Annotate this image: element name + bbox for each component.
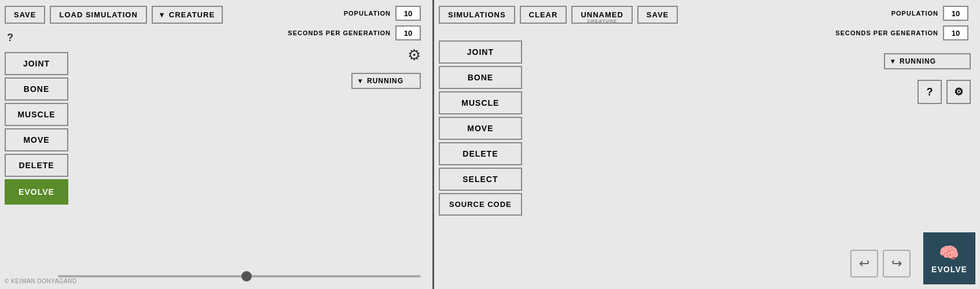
unnamed-sublabel: CREATURE	[587, 18, 617, 24]
population-label: POPULATION	[344, 10, 391, 17]
save-button[interactable]: SAVE	[5, 6, 45, 24]
evolve-label-right: EVOLVE	[931, 265, 967, 274]
question-icon: ?	[7, 32, 13, 43]
muscle-button[interactable]: MUSCLE	[5, 103, 68, 126]
seconds-label-right: SECONDS PER GENERATION	[835, 29, 938, 36]
undo-button[interactable]: ↩	[850, 250, 878, 277]
clear-button[interactable]: CLEAR	[520, 6, 567, 24]
redo-icon: ↪	[891, 256, 902, 271]
move-button[interactable]: MOVE	[5, 128, 68, 151]
redo-button[interactable]: ↪	[883, 250, 911, 277]
left-settings-row: POPULATION SECONDS PER GENERATION	[288, 6, 421, 40]
creature-dropdown[interactable]: ▾ CREATURE	[152, 6, 223, 24]
move-button-right[interactable]: MOVE	[439, 117, 522, 140]
gear-icon: ⚙	[408, 46, 421, 64]
bone-button-right[interactable]: BONE	[439, 66, 522, 89]
load-simulation-button[interactable]: LOAD SIMULATION	[50, 6, 146, 24]
chevron-down-icon: ▾	[160, 10, 164, 19]
right-tools: JOINT BONE MUSCLE MOVE DELETE SELECT SOU…	[439, 40, 522, 216]
save-right-button[interactable]: SAVE	[637, 6, 678, 24]
slider-track	[58, 275, 421, 277]
right-question-gear: ? ⚙	[917, 80, 971, 104]
gear-button[interactable]: ⚙	[408, 46, 421, 64]
population-input[interactable]	[395, 6, 421, 21]
population-label-right: POPULATION	[891, 10, 938, 17]
joint-button[interactable]: JOINT	[5, 52, 68, 75]
bone-button[interactable]: BONE	[5, 77, 68, 101]
delete-button[interactable]: DELETE	[5, 154, 68, 177]
left-tools: JOINT BONE MUSCLE MOVE DELETE EVOLVE	[0, 52, 73, 205]
copyright-text: © KEIWAN DONYAGARD	[5, 278, 77, 284]
chevron-down-icon: ▾	[358, 77, 362, 85]
evolve-button[interactable]: EVOLVE	[5, 179, 68, 205]
help-button-right[interactable]: ?	[917, 80, 942, 104]
chevron-down-icon-right: ▾	[891, 57, 895, 65]
creature-label: CREATURE	[169, 10, 215, 19]
seconds-label: SECONDS PER GENERATION	[288, 29, 391, 36]
left-panel: SAVE LOAD SIMULATION ▾ CREATURE POPULATI…	[0, 0, 434, 289]
population-setting-right: POPULATION	[891, 6, 968, 21]
seconds-setting: SECONDS PER GENERATION	[288, 25, 421, 40]
population-setting: POPULATION	[344, 6, 421, 21]
question-icon-right: ?	[927, 86, 933, 98]
undo-icon: ↩	[859, 256, 869, 271]
slider-container	[58, 275, 421, 277]
running-dropdown[interactable]: ▾ RUNNING	[351, 73, 421, 89]
joint-button-right[interactable]: JOINT	[439, 40, 522, 64]
right-panel: SIMULATIONS CLEAR UNNAMED CREATURE SAVE …	[434, 0, 980, 289]
unnamed-label: UNNAMED	[581, 10, 623, 19]
running-dropdown-right[interactable]: ▾ RUNNING	[884, 53, 971, 69]
seconds-setting-right: SECONDS PER GENERATION	[835, 25, 968, 40]
gear-button-right[interactable]: ⚙	[946, 80, 971, 104]
gear-icon-right: ⚙	[954, 86, 963, 98]
right-settings-row: POPULATION SECONDS PER GENERATION	[835, 6, 968, 40]
running-label-right: RUNNING	[900, 57, 936, 65]
simulations-button[interactable]: SIMULATIONS	[439, 6, 515, 24]
help-button[interactable]: ?	[7, 32, 13, 44]
source-code-button[interactable]: SOURCE CODE	[439, 193, 522, 216]
population-input-right[interactable]	[943, 6, 968, 21]
select-button-right[interactable]: SELECT	[439, 168, 522, 191]
undo-redo-container: ↩ ↪	[850, 250, 911, 277]
seconds-input-right[interactable]	[943, 25, 968, 40]
seconds-input[interactable]	[395, 25, 421, 40]
evolve-button-right[interactable]: 🧠 EVOLVE	[923, 232, 975, 284]
muscle-button-right[interactable]: MUSCLE	[439, 91, 522, 114]
brain-icon: 🧠	[939, 243, 960, 262]
running-label: RUNNING	[367, 77, 403, 85]
delete-button-right[interactable]: DELETE	[439, 142, 522, 165]
slider-thumb[interactable]	[241, 271, 252, 281]
unnamed-button[interactable]: UNNAMED CREATURE	[571, 6, 632, 24]
